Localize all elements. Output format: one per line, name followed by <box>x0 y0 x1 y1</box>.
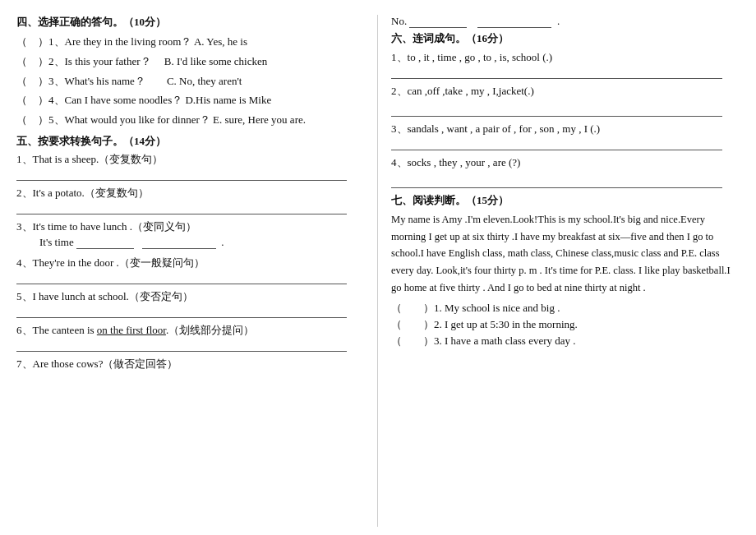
no-blank-1 <box>409 17 467 28</box>
list-item: （ ）2、Is this your father？ B. I'd like so… <box>16 53 364 71</box>
transform-item-7: 7、Are those cows?（做否定回答） <box>16 357 364 371</box>
t4-text: 4、They're in the door .（变一般疑问句） <box>16 256 364 270</box>
no-blank-2 <box>477 17 551 28</box>
connect-line-1 <box>391 67 722 79</box>
connect-item-4: 4、socks , they , your , are (?) <box>391 155 740 188</box>
section4-title: 四、选择正确的答句。（10分） <box>16 15 364 30</box>
section6-title: 六、连词成句。（16分） <box>391 31 740 46</box>
list-item: （ ）5、What would you like for dinner？ E. … <box>16 112 364 129</box>
list-item: （ ）3、What's his name？ C. No, they aren't <box>16 73 364 90</box>
list-item: （ ）4、Can I have some noodles？ D.His name… <box>16 92 364 109</box>
section7-title: 七、阅读判断。（15分） <box>391 193 740 208</box>
left-column: 四、选择正确的答句。（10分） （ ）1、Are they in the liv… <box>16 15 378 527</box>
answer-line-2 <box>16 203 347 214</box>
connect-item-3: 3、sandals , want , a pair of , for , son… <box>391 122 740 150</box>
c1-text: 1、to , it , time , go , to , is, school … <box>391 50 740 65</box>
answer-line-5 <box>16 307 347 318</box>
c3-text: 3、sandals , want , a pair of , for , son… <box>391 122 740 136</box>
right-column: No. . 六、连词成句。（16分） 1、to , it , time , go… <box>378 15 740 527</box>
connect-item-2: 2、can ,off ,take , my , I,jacket(.) <box>391 84 740 117</box>
section5-title: 五、按要求转换句子。（14分） <box>16 134 364 149</box>
t7-text: 7、Are those cows?（做否定回答） <box>16 357 364 371</box>
no-label: No. . <box>391 15 740 28</box>
t3-sub: It's time . <box>39 236 364 249</box>
c2-text: 2、can ,off ,take , my , I,jacket(.) <box>391 84 740 99</box>
t1-text: 1、That is a sheep.（变复数句） <box>16 152 364 167</box>
answer-line-4 <box>16 273 347 284</box>
c4-text: 4、socks , they , your , are (?) <box>391 155 740 170</box>
connect-line-3 <box>391 139 722 150</box>
transform-item-2: 2、It's a potato.（变复数句） <box>16 186 364 214</box>
answer-line-6 <box>16 340 347 352</box>
t5-text: 5、I have lunch at school.（变否定句） <box>16 289 364 304</box>
t6-text: 6、The canteen is on the first floor.（划线部… <box>16 323 364 338</box>
transform-item-3: 3、It's time to have lunch .（变同义句） It's t… <box>16 219 364 254</box>
list-item: （ ）1、Are they in the living room？ A. Yes… <box>16 34 364 51</box>
blank-short-1 <box>76 238 134 249</box>
reading-q3: （ ）3. I have a math class every day . <box>391 334 740 348</box>
transform-item-4: 4、They're in the door .（变一般疑问句） <box>16 256 364 284</box>
connect-line-2 <box>391 105 722 117</box>
t3-text: 3、It's time to have lunch .（变同义句） <box>16 219 364 234</box>
blank-medium-1 <box>142 238 216 249</box>
reading-q1: （ ）1. My school is nice and big . <box>391 301 740 316</box>
reading-passage: My name is Amy .I'm eleven.Look!This is … <box>391 211 740 296</box>
connect-item-1: 1、to , it , time , go , to , is, school … <box>391 50 740 79</box>
t2-text: 2、It's a potato.（变复数句） <box>16 186 364 201</box>
transform-item-1: 1、That is a sheep.（变复数句） <box>16 152 364 181</box>
transform-item-5: 5、I have lunch at school.（变否定句） <box>16 289 364 318</box>
transform-item-6: 6、The canteen is on the first floor.（划线部… <box>16 323 364 352</box>
t6-underline: on the first floor <box>97 324 166 336</box>
connect-line-4 <box>391 177 722 188</box>
answer-line-1 <box>16 169 347 181</box>
reading-q2: （ ）2. I get up at 5:30 in the morning. <box>391 317 740 332</box>
